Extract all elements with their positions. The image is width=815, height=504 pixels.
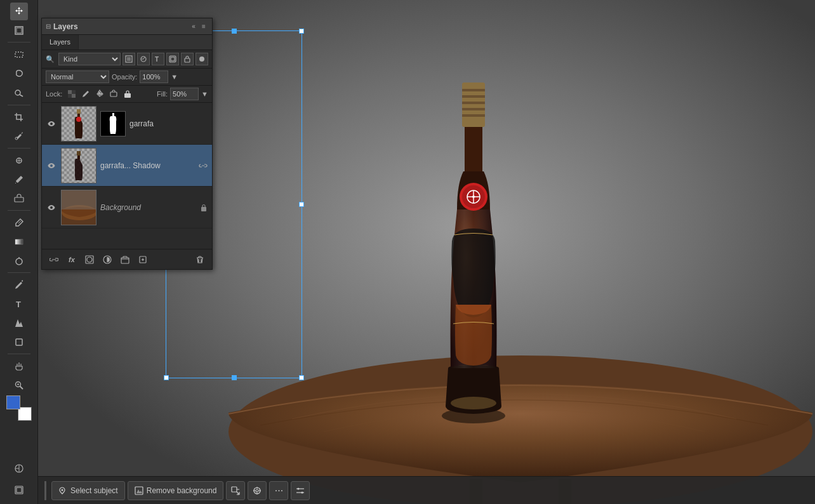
- filter-type-btn[interactable]: T: [152, 53, 164, 65]
- lock-artboard-btn[interactable]: [108, 88, 119, 100]
- svg-rect-59: [112, 113, 114, 116]
- artboard-tool[interactable]: [10, 22, 28, 39]
- svg-line-23: [20, 95, 23, 96]
- svg-point-22: [15, 90, 20, 95]
- svg-rect-50: [68, 90, 72, 94]
- svg-point-86: [301, 491, 303, 493]
- gradient-tool[interactable]: [10, 233, 28, 251]
- quick-mask-tool[interactable]: [10, 460, 28, 478]
- svg-point-58: [76, 117, 81, 122]
- svg-rect-64: [62, 190, 96, 209]
- thumb-background: [61, 190, 96, 225]
- filter-pixel-btn[interactable]: [123, 53, 135, 65]
- lock-label: Lock:: [46, 90, 62, 98]
- select-subject-btn[interactable]: Select subject: [51, 481, 125, 500]
- heal-tool[interactable]: [10, 152, 28, 169]
- lock-pixel-btn[interactable]: [66, 88, 77, 100]
- svg-rect-20: [17, 28, 22, 33]
- layer-item-shadow[interactable]: garrafa... Shadow: [42, 145, 212, 187]
- svg-text:T: T: [16, 300, 21, 309]
- panel-collapse-btn[interactable]: «: [189, 22, 198, 31]
- lock-position-btn[interactable]: [94, 88, 105, 100]
- layer-name-garrafa: garrafa: [129, 119, 208, 128]
- svg-point-85: [298, 487, 300, 489]
- svg-rect-43: [127, 57, 131, 61]
- dodge-tool[interactable]: [10, 252, 28, 270]
- svg-rect-8: [462, 95, 485, 98]
- filter-lock-btn[interactable]: [181, 53, 194, 65]
- eyedropper-tool[interactable]: [10, 127, 28, 145]
- target-icon-btn[interactable]: [248, 481, 267, 500]
- layer-effects-btn[interactable]: fx: [65, 253, 79, 267]
- new-group-btn[interactable]: [118, 253, 132, 267]
- shape-tool[interactable]: [10, 333, 28, 351]
- svg-rect-74: [232, 487, 237, 492]
- blend-opacity-row: Normal Dissolve Multiply Screen Overlay …: [42, 69, 212, 86]
- delete-layer-btn[interactable]: [193, 253, 207, 267]
- linked-icon-shadow[interactable]: [198, 161, 208, 171]
- tab-layers[interactable]: Layers: [42, 35, 79, 50]
- left-toolbar: T: [0, 0, 38, 504]
- zoom-tool[interactable]: [10, 376, 28, 394]
- fg-color-swatch[interactable]: [6, 395, 20, 409]
- opacity-arrow[interactable]: ▼: [171, 73, 178, 81]
- panel-tab-icon: ⊟: [46, 23, 51, 30]
- svg-rect-10: [462, 108, 485, 110]
- svg-point-49: [199, 56, 204, 62]
- visibility-background[interactable]: [46, 202, 57, 213]
- visibility-garrafa[interactable]: [46, 118, 57, 129]
- filter-smart-btn[interactable]: [166, 53, 179, 65]
- lasso-tool[interactable]: [10, 65, 28, 83]
- svg-rect-30: [15, 239, 23, 244]
- svg-line-36: [20, 386, 23, 389]
- layer-item-garrafa[interactable]: garrafa: [42, 103, 212, 145]
- clone-stamp-tool[interactable]: [10, 190, 28, 208]
- opacity-label: Opacity:: [112, 73, 137, 81]
- filter-fill-btn[interactable]: [195, 53, 208, 65]
- quick-select-tool[interactable]: [10, 84, 28, 102]
- svg-rect-9: [462, 102, 485, 104]
- svg-point-18: [451, 397, 496, 409]
- blend-mode-select[interactable]: Normal Dissolve Multiply Screen Overlay: [46, 70, 109, 83]
- adjustment-layer-btn[interactable]: [100, 253, 114, 267]
- divider-3: [8, 148, 30, 149]
- crop-tool[interactable]: [10, 109, 28, 126]
- resize-icon-btn[interactable]: [226, 481, 245, 500]
- new-layer-btn[interactable]: [136, 253, 150, 267]
- remove-bg-label: Remove background: [147, 486, 217, 495]
- screen-mode[interactable]: [10, 481, 28, 499]
- filter-icon: 🔍: [46, 55, 55, 63]
- move-tool[interactable]: [10, 3, 28, 20]
- remove-bg-btn[interactable]: Remove background: [128, 481, 224, 500]
- lock-brush-btn[interactable]: [80, 88, 91, 100]
- add-mask-btn[interactable]: [83, 253, 96, 267]
- fill-arrow[interactable]: ▼: [201, 90, 208, 98]
- type-tool[interactable]: T: [10, 295, 28, 313]
- eraser-tool[interactable]: [10, 214, 28, 232]
- divider-4: [8, 210, 30, 211]
- brush-tool[interactable]: [10, 171, 28, 189]
- path-select-tool[interactable]: [10, 314, 28, 332]
- layer-name-background: Background: [100, 203, 195, 212]
- hand-tool[interactable]: [10, 357, 28, 375]
- divider-6: [8, 354, 30, 354]
- svg-rect-5: [465, 127, 482, 171]
- select-subject-icon: [58, 486, 67, 495]
- lock-all-btn[interactable]: [122, 88, 133, 100]
- filter-adjust-btn[interactable]: [137, 53, 150, 65]
- opacity-input[interactable]: [140, 70, 168, 83]
- visibility-shadow[interactable]: [46, 160, 57, 171]
- layer-item-background[interactable]: Background: [42, 187, 212, 229]
- more-btn[interactable]: ···: [269, 481, 288, 500]
- color-swatches[interactable]: [6, 395, 32, 421]
- select-subject-label: Select subject: [70, 486, 118, 495]
- svg-rect-41: [17, 487, 22, 493]
- filter-type-select[interactable]: Kind: [58, 53, 121, 65]
- settings-btn[interactable]: [291, 481, 310, 500]
- pen-tool[interactable]: [10, 276, 28, 294]
- marquee-tool[interactable]: [10, 46, 28, 63]
- panel-menu-btn[interactable]: ≡: [199, 22, 208, 31]
- svg-rect-56: [77, 113, 80, 117]
- fill-input[interactable]: [170, 88, 199, 100]
- link-layers-btn[interactable]: [47, 253, 61, 267]
